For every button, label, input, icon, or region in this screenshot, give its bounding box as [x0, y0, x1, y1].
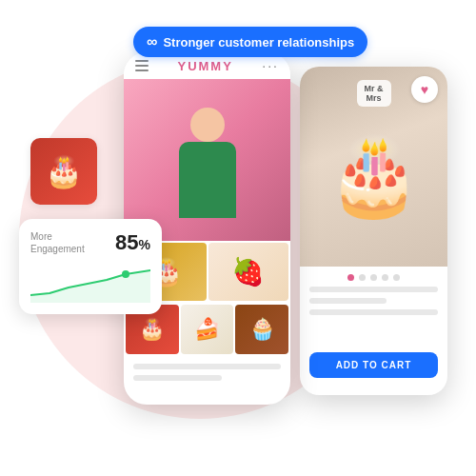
mr-mrs-label: Mr &Mrs — [357, 80, 391, 107]
product-image: Mr &Mrs 🎂 ♥ — [300, 67, 447, 267]
engagement-header: MoreEngagement 85% — [30, 230, 150, 255]
product-line-3 — [309, 309, 438, 315]
dot-2[interactable] — [359, 274, 366, 281]
person-body — [179, 142, 236, 218]
dot-4[interactable] — [382, 274, 388, 281]
dot-5[interactable] — [393, 274, 400, 281]
person-head — [190, 108, 225, 142]
product-line-2 — [309, 298, 387, 304]
chart-svg — [30, 267, 150, 303]
placeholder-line-1 — [133, 364, 281, 369]
product-info — [300, 287, 447, 315]
dot-1[interactable] — [347, 274, 354, 281]
dot-3[interactable] — [370, 274, 377, 281]
cake-thumbnail: 🎂 — [30, 138, 97, 205]
svg-marker-0 — [30, 270, 150, 303]
phone-brand: YUMMY — [177, 59, 232, 73]
person-image — [169, 98, 246, 241]
hamburger-icon[interactable] — [135, 60, 149, 71]
add-to-cart-button[interactable]: ADD TO CART — [309, 352, 438, 378]
percent-sign: % — [139, 237, 150, 252]
svg-point-1 — [122, 270, 129, 278]
wedding-cake-emoji: 🎂 — [327, 131, 422, 221]
phone-hero-image — [124, 79, 290, 241]
engagement-card: MoreEngagement 85% — [19, 219, 162, 314]
product-line-1 — [309, 287, 438, 292]
phone-secondary: Mr &Mrs 🎂 ♥ ADD TO CART — [300, 67, 447, 395]
food-grid-item-3 — [235, 305, 288, 354]
engagement-label: MoreEngagement — [30, 230, 85, 255]
infinity-icon: ∞ — [147, 33, 155, 50]
phone-bottom — [124, 356, 290, 385]
engagement-percent: 85% — [115, 230, 150, 255]
engagement-chart — [30, 267, 150, 303]
placeholder-line-2 — [133, 375, 222, 381]
food-grid-item-2 — [181, 305, 234, 354]
food-big-item-2: 🍓 — [208, 243, 289, 301]
relationship-badge: ∞ Stronger customer relationships — [133, 27, 367, 57]
heart-icon[interactable]: ♥ — [411, 76, 438, 103]
percent-value: 85 — [115, 230, 138, 254]
image-dot-indicators — [300, 267, 447, 287]
badge-label: Stronger customer relationships — [163, 35, 354, 50]
menu-dots-icon[interactable]: ··· — [262, 58, 279, 73]
